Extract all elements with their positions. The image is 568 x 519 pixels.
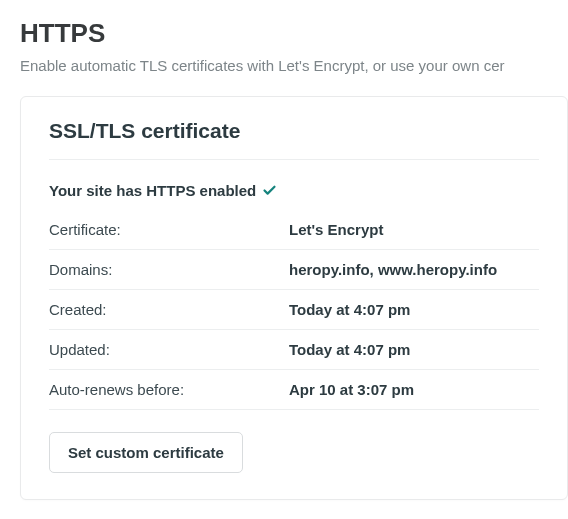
ssl-certificate-card: SSL/TLS certificate Your site has HTTPS … — [20, 96, 568, 500]
https-status-text: Your site has HTTPS enabled — [49, 182, 256, 199]
row-value: Today at 4:07 pm — [289, 341, 539, 358]
row-value: Today at 4:07 pm — [289, 301, 539, 318]
table-row: Updated: Today at 4:07 pm — [49, 330, 539, 370]
table-row: Auto-renews before: Apr 10 at 3:07 pm — [49, 370, 539, 410]
certificate-info-table: Certificate: Let's Encrypt Domains: hero… — [49, 221, 539, 410]
row-label: Auto-renews before: — [49, 381, 289, 398]
set-custom-certificate-button[interactable]: Set custom certificate — [49, 432, 243, 473]
row-label: Domains: — [49, 261, 289, 278]
https-settings-page: HTTPS Enable automatic TLS certificates … — [0, 0, 568, 500]
check-icon — [262, 183, 277, 198]
table-row: Domains: heropy.info, www.heropy.info — [49, 250, 539, 290]
table-row: Created: Today at 4:07 pm — [49, 290, 539, 330]
card-title: SSL/TLS certificate — [49, 119, 539, 160]
page-title: HTTPS — [20, 18, 568, 49]
row-value: Apr 10 at 3:07 pm — [289, 381, 539, 398]
table-row: Certificate: Let's Encrypt — [49, 221, 539, 250]
https-status: Your site has HTTPS enabled — [49, 182, 539, 199]
page-subtitle: Enable automatic TLS certificates with L… — [20, 57, 568, 74]
row-label: Updated: — [49, 341, 289, 358]
row-label: Certificate: — [49, 221, 289, 238]
row-label: Created: — [49, 301, 289, 318]
card-actions: Set custom certificate — [49, 432, 539, 473]
row-value: heropy.info, www.heropy.info — [289, 261, 539, 278]
row-value: Let's Encrypt — [289, 221, 539, 238]
